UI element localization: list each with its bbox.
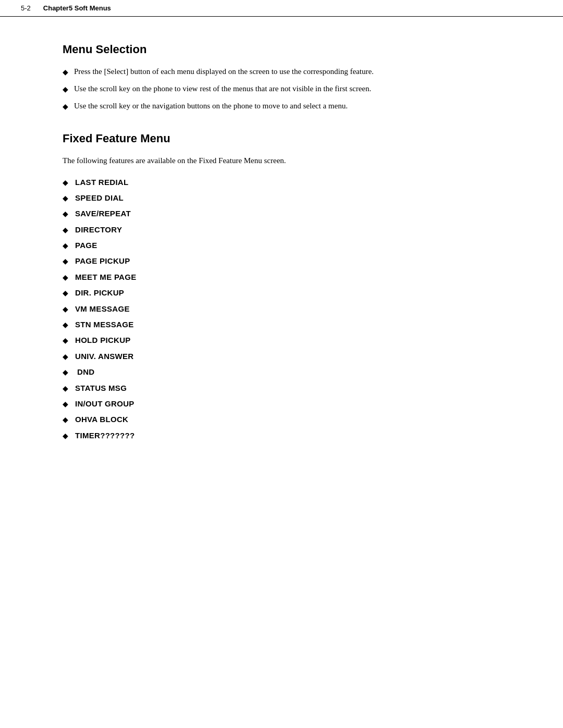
list-item: ◆ LAST REDIAL <box>63 176 500 189</box>
list-item: ◆ IN/OUT GROUP <box>63 398 500 410</box>
list-item: ◆ HOLD PICKUP <box>63 334 500 347</box>
feature-text: PAGE <box>75 239 97 252</box>
list-item: ◆ DND <box>63 366 500 378</box>
bullet-text: Press the [Select] button of each menu d… <box>74 66 500 78</box>
fixed-feature-menu-section: Fixed Feature Menu The following feature… <box>63 132 500 442</box>
list-item: ◆ STATUS MSG <box>63 382 500 394</box>
diamond-icon: ◆ <box>63 84 74 95</box>
page-number: 5-2 <box>21 4 31 12</box>
list-item: ◆ MEET ME PAGE <box>63 271 500 283</box>
feature-text: HOLD PICKUP <box>75 334 131 347</box>
diamond-icon: ◆ <box>63 399 75 410</box>
list-item: ◆ DIR. PICKUP <box>63 287 500 299</box>
diamond-icon: ◆ <box>63 193 75 204</box>
feature-text: DIR. PICKUP <box>75 287 124 299</box>
diamond-icon: ◆ <box>63 208 75 220</box>
list-item: ◆ PAGE PICKUP <box>63 255 500 267</box>
list-item: ◆ DIRECTORY <box>63 224 500 236</box>
list-item: ◆ STN MESSAGE <box>63 318 500 331</box>
content-area: Menu Selection ◆ Press the [Select] butt… <box>0 17 563 476</box>
diamond-icon: ◆ <box>63 288 75 299</box>
list-item: ◆ SPEED DIAL <box>63 192 500 204</box>
diamond-icon: ◆ <box>63 383 75 394</box>
chapter-title: Chapter5 Soft Menus <box>43 4 111 12</box>
feature-text: DIRECTORY <box>75 224 122 236</box>
fixed-feature-menu-title: Fixed Feature Menu <box>63 132 500 145</box>
diamond-icon: ◆ <box>63 67 74 78</box>
feature-text: SPEED DIAL <box>75 192 124 204</box>
page-container: 5-2 Chapter5 Soft Menus Menu Selection ◆… <box>0 0 563 728</box>
feature-text: LAST REDIAL <box>75 176 128 189</box>
diamond-icon: ◆ <box>63 351 75 363</box>
feature-text: SAVE/REPEAT <box>75 207 131 220</box>
menu-selection-title: Menu Selection <box>63 43 500 56</box>
diamond-icon: ◆ <box>63 225 75 236</box>
feature-text: STN MESSAGE <box>75 318 133 331</box>
feature-list: ◆ LAST REDIAL ◆ SPEED DIAL ◆ SAVE/REPEAT… <box>63 176 500 442</box>
list-item: ◆ Use the scroll key or the navigation b… <box>63 100 500 112</box>
bullet-text: Use the scroll key on the phone to view … <box>74 83 500 95</box>
list-item: ◆ UNIV. ANSWER <box>63 350 500 363</box>
diamond-icon: ◆ <box>63 101 74 112</box>
feature-text: STATUS MSG <box>75 382 127 394</box>
diamond-icon: ◆ <box>63 240 75 252</box>
diamond-icon: ◆ <box>63 367 75 378</box>
list-item: ◆ SAVE/REPEAT <box>63 207 500 220</box>
list-item: ◆ Press the [Select] button of each menu… <box>63 66 500 78</box>
feature-text: TIMER??????? <box>75 429 134 442</box>
diamond-icon: ◆ <box>63 414 75 426</box>
header-bar: 5-2 Chapter5 Soft Menus <box>0 0 563 17</box>
diamond-icon: ◆ <box>63 272 75 283</box>
diamond-icon: ◆ <box>63 319 75 331</box>
diamond-icon: ◆ <box>63 335 75 347</box>
feature-text: DND <box>75 366 94 378</box>
bullet-text: Use the scroll key or the navigation but… <box>74 100 500 112</box>
list-item: ◆ VM MESSAGE <box>63 303 500 315</box>
diamond-icon: ◆ <box>63 304 75 315</box>
diamond-icon: ◆ <box>63 177 75 189</box>
feature-text: UNIV. ANSWER <box>75 350 134 363</box>
diamond-icon: ◆ <box>63 430 75 442</box>
feature-text: VM MESSAGE <box>75 303 130 315</box>
feature-text: PAGE PICKUP <box>75 255 130 267</box>
fixed-feature-menu-intro: The following features are available on … <box>63 155 500 167</box>
feature-text: OHVA BLOCK <box>75 413 128 426</box>
list-item: ◆ OHVA BLOCK <box>63 413 500 426</box>
menu-selection-bullets: ◆ Press the [Select] button of each menu… <box>63 66 500 112</box>
feature-text: MEET ME PAGE <box>75 271 137 283</box>
list-item: ◆ TIMER??????? <box>63 429 500 442</box>
list-item: ◆ Use the scroll key on the phone to vie… <box>63 83 500 95</box>
diamond-icon: ◆ <box>63 256 75 267</box>
feature-text: IN/OUT GROUP <box>75 398 134 410</box>
list-item: ◆ PAGE <box>63 239 500 252</box>
